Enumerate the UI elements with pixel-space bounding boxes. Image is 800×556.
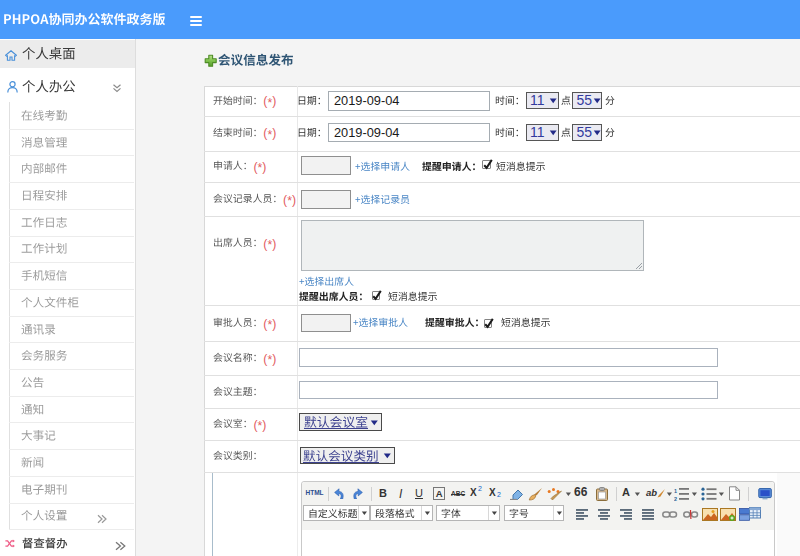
svg-text:2: 2 — [674, 495, 677, 501]
svg-text:1: 1 — [674, 487, 677, 493]
